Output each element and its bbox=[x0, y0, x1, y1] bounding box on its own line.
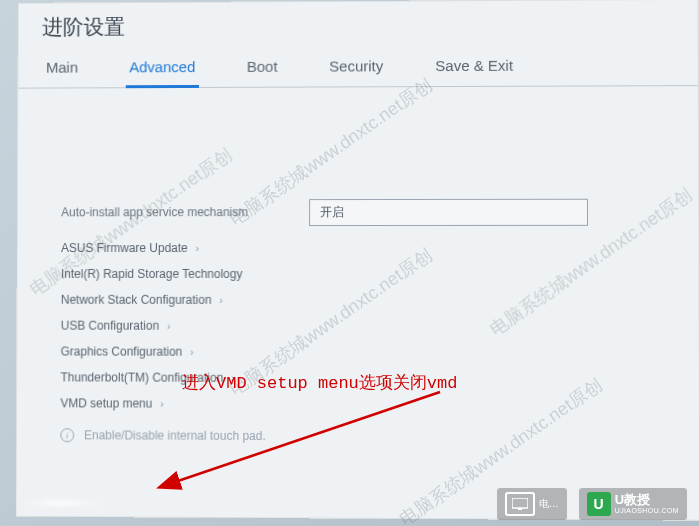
submenu-irst[interactable]: Intel(R) Rapid Storage Technology bbox=[61, 261, 654, 287]
tab-security[interactable]: Security bbox=[325, 47, 387, 86]
chevron-right-icon: › bbox=[160, 398, 163, 409]
logo-ujiaoshou-main: U教授 bbox=[615, 493, 679, 507]
page-title: 进阶设置 bbox=[19, 0, 698, 49]
logo-dnxtc-text: 电… bbox=[539, 497, 559, 511]
submenu-vmd-setup[interactable]: VMD setup menu › bbox=[60, 390, 654, 418]
setting-auto-app-value[interactable]: 开启 bbox=[309, 198, 588, 225]
submenu-usb-config[interactable]: USB Configuration › bbox=[61, 313, 654, 340]
tabs-bar: Main Advanced Boot Security Save & Exit bbox=[18, 46, 697, 89]
monitor-icon bbox=[505, 492, 535, 516]
chevron-right-icon: › bbox=[190, 346, 193, 357]
tab-main[interactable]: Main bbox=[42, 49, 82, 88]
chevron-right-icon: › bbox=[219, 294, 222, 305]
chevron-right-icon: › bbox=[196, 243, 199, 254]
submenu-label: Intel(R) Rapid Storage Technology bbox=[61, 267, 243, 281]
setting-auto-app-label: Auto-install app service mechanism bbox=[61, 205, 309, 219]
setting-auto-app: Auto-install app service mechanism 开启 bbox=[61, 197, 654, 228]
submenu-label: Network Stack Configuration bbox=[61, 293, 212, 307]
chevron-right-icon: › bbox=[167, 320, 170, 331]
submenu-network-stack[interactable]: Network Stack Configuration › bbox=[61, 287, 654, 314]
submenu-label: USB Configuration bbox=[61, 319, 159, 333]
submenu-label: ASUS Firmware Update bbox=[61, 241, 188, 255]
bottom-logos: 电… U U教授 UJIAOSHOU.COM bbox=[497, 488, 687, 520]
svg-rect-3 bbox=[518, 508, 522, 510]
submenu-graphics-config[interactable]: Graphics Configuration › bbox=[61, 339, 655, 366]
u-icon: U bbox=[587, 492, 611, 516]
hint-row: i Enable/Disable internal touch pad. bbox=[60, 416, 654, 444]
submenu-label: VMD setup menu bbox=[60, 396, 152, 410]
svg-rect-2 bbox=[512, 498, 528, 508]
tab-save-exit[interactable]: Save & Exit bbox=[431, 47, 517, 86]
submenu-label: Graphics Configuration bbox=[61, 345, 183, 359]
annotation-text: 进入VMD setup menu选项关闭vmd bbox=[182, 371, 457, 394]
submenu-asus-firmware[interactable]: ASUS Firmware Update › bbox=[61, 235, 654, 261]
logo-dnxtc: 电… bbox=[497, 488, 567, 520]
tab-boot[interactable]: Boot bbox=[243, 48, 282, 87]
settings-content: Auto-install app service mechanism 开启 AS… bbox=[17, 86, 699, 465]
tab-advanced[interactable]: Advanced bbox=[125, 48, 199, 87]
logo-ujiaoshou: U U教授 UJIAOSHOU.COM bbox=[579, 488, 687, 520]
logo-ujiaoshou-sub: UJIAOSHOU.COM bbox=[615, 507, 679, 515]
hint-text: Enable/Disable internal touch pad. bbox=[84, 428, 266, 443]
info-icon: i bbox=[60, 428, 74, 442]
